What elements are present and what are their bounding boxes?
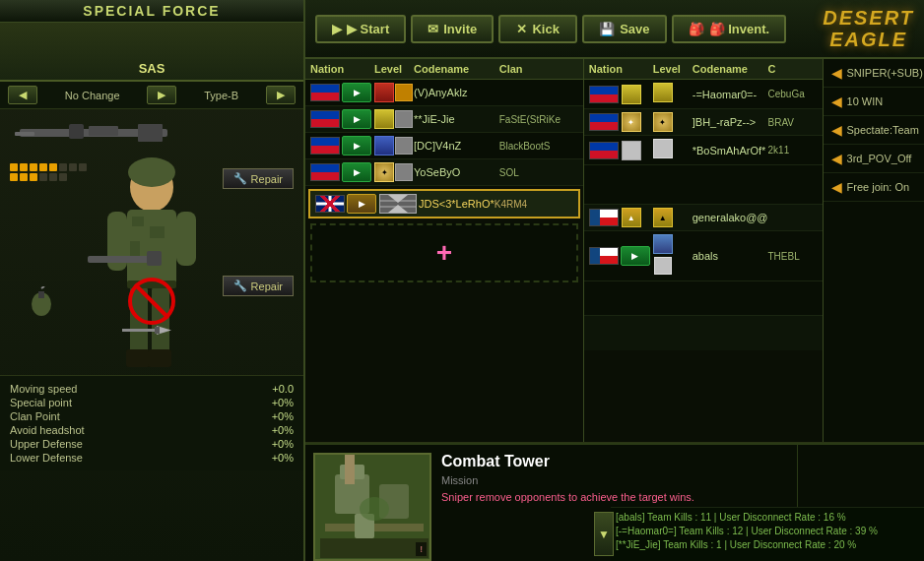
- no-entry-sign: [127, 277, 176, 326]
- player-rank: [653, 83, 693, 105]
- svg-rect-20: [122, 329, 157, 332]
- save-icon: 💾: [599, 22, 615, 36]
- svg-rect-16: [148, 349, 171, 367]
- svg-rect-18: [147, 251, 162, 266]
- left-team-panel: Nation Level Codename Clan ▶ (V)AnyAklz: [305, 59, 584, 442]
- svg-rect-17: [88, 256, 157, 263]
- next-change-button[interactable]: ▶: [147, 86, 176, 104]
- start-icon: ▶: [332, 22, 342, 36]
- player-rank: [653, 234, 693, 278]
- svg-rect-1: [138, 124, 163, 142]
- player-codename: (V)AnyAklz: [414, 87, 499, 98]
- stat-special-point: Special point +0%: [10, 396, 294, 409]
- kick-icon: ✕: [516, 22, 527, 36]
- player-clan: FaStE(StRiKe: [499, 114, 578, 125]
- player-rank: [374, 83, 414, 102]
- sergeant-rank: [380, 195, 416, 213]
- invite-icon: ✉: [428, 22, 438, 36]
- level-icon: [622, 141, 641, 160]
- svg-point-41: [360, 497, 389, 521]
- play-button[interactable]: ▶: [621, 246, 650, 266]
- invite-button[interactable]: ✉ Invite: [411, 15, 494, 43]
- scroll-arrow-icon: ▼: [598, 528, 610, 541]
- change-controls: ◀ No Change ▶ Type-B ▶: [0, 82, 303, 109]
- sidebar-item-pov: ◀ 3rd_POV_Off: [824, 145, 924, 173]
- arrow-icon: ◀: [831, 151, 842, 166]
- table-row: ▶ **JiE-Jie FaStE(StRiKe: [305, 106, 583, 133]
- grenade-icon: [30, 286, 54, 321]
- table-row: ▲ ▲ generalako@@: [584, 205, 823, 231]
- empty-row: [584, 281, 823, 316]
- table-row: -=Haomar0=- CebuGa: [584, 80, 823, 109]
- team-banner: SAS: [0, 23, 303, 82]
- mission-label: Mission: [441, 474, 789, 486]
- current-player-clan: K4RM4: [495, 199, 573, 210]
- play-button[interactable]: ▶: [342, 136, 371, 156]
- repair-bottom-button[interactable]: 🔧 Repair: [223, 276, 294, 296]
- player-flag-area: ▶: [310, 83, 374, 102]
- table-row: ▶ abals THEBL: [584, 231, 823, 281]
- level-icon: ✦: [622, 112, 641, 132]
- player-clan: SOL: [499, 167, 578, 178]
- player-flag-area: [589, 141, 653, 160]
- prev-change-button[interactable]: ◀: [8, 86, 37, 104]
- player-codename: -=Haomar0=-: [693, 89, 768, 100]
- player-flag-area: ▶: [315, 194, 379, 214]
- svg-rect-9: [150, 226, 165, 238]
- play-button[interactable]: ▶: [342, 83, 371, 102]
- svg-rect-22: [155, 327, 160, 334]
- chat-line-3: [**JiE_Jie] Team Kills : 1 | User Discon…: [616, 538, 924, 552]
- game-logo: Desert Eagle: [823, 7, 914, 50]
- mission-icon-label: !: [416, 542, 427, 556]
- arrow-icon: ◀: [831, 122, 842, 138]
- repair-top-icon: 🔧: [233, 172, 247, 185]
- svg-point-6: [128, 157, 175, 187]
- add-player-slot[interactable]: +: [310, 223, 578, 282]
- grenade-svg: [30, 286, 54, 316]
- sidebar-item-spectate: ◀ Spectate:Team: [824, 116, 924, 145]
- svg-rect-2: [15, 132, 34, 136]
- level-icon: ▲: [622, 208, 641, 227]
- level-icon: [622, 85, 641, 104]
- no-change-label: No Change: [65, 90, 120, 101]
- svg-rect-3: [69, 124, 84, 139]
- current-player-row: ▶ JDS<3*LeRhO* K4RM4: [308, 189, 580, 218]
- save-button[interactable]: 💾 Save: [582, 15, 666, 43]
- stat-clan-point: Clan Point +0%: [10, 409, 294, 423]
- sidebar-item-wins: ◀ 10 WIN: [824, 88, 924, 116]
- stat-avoid-headshot: Avoid headshot +0%: [10, 423, 294, 437]
- map-name: Combat Tower: [441, 453, 789, 470]
- player-flag-area: ▶: [310, 109, 374, 129]
- play-button[interactable]: ▶: [342, 162, 371, 182]
- chat-line-1: [abals] Team Kills : 11 | User Disconnec…: [616, 511, 924, 525]
- add-player-icon: +: [436, 237, 452, 269]
- start-button[interactable]: ▶ ▶ Start: [315, 15, 406, 43]
- player-flag-area: [589, 85, 653, 104]
- repair-bottom-icon: 🔧: [233, 280, 247, 292]
- play-button[interactable]: ▶: [342, 109, 371, 129]
- kick-button[interactable]: ✕ Kick: [498, 15, 577, 43]
- svg-rect-15: [126, 349, 150, 367]
- invent-button[interactable]: 🎒 🎒 Invent.: [672, 15, 787, 43]
- chat-line-2: [-=Haomar0=] Team Kills : 12 | User Disc…: [616, 525, 924, 538]
- svg-rect-40: [345, 455, 355, 484]
- player-rank: ✦: [653, 112, 693, 132]
- player-codename: generalako@@: [693, 212, 768, 223]
- right-sidebar: ◀ SNIPER(+SUB) ◀ 10 WIN ◀ Spectate:Team …: [824, 59, 924, 442]
- stat-upper-defense: Upper Defense +0%: [10, 437, 294, 451]
- player-codename: **JiE-Jie: [414, 113, 499, 125]
- stat-lower-defense: Lower Defense +0%: [10, 451, 294, 465]
- player-flag-area: ▶: [310, 136, 374, 156]
- repair-top-button[interactable]: 🔧 Repair: [223, 168, 294, 189]
- table-row: ▶ [DC]V4nZ BlackBootS: [305, 133, 583, 159]
- no-entry-svg: [127, 277, 176, 326]
- player-flag-area: ▲: [589, 208, 653, 227]
- left-team-header: Nation Level Codename Clan: [305, 59, 583, 80]
- scroll-button[interactable]: ▼: [594, 512, 614, 556]
- player-codename: [DC]V4nZ: [414, 140, 499, 152]
- player-rank: [374, 136, 414, 156]
- player-clan: CebuGa: [768, 89, 818, 99]
- arrow-icon: ◀: [831, 65, 842, 81]
- play-button[interactable]: ▶: [347, 194, 376, 214]
- change-confirm-button[interactable]: ▶: [266, 86, 296, 104]
